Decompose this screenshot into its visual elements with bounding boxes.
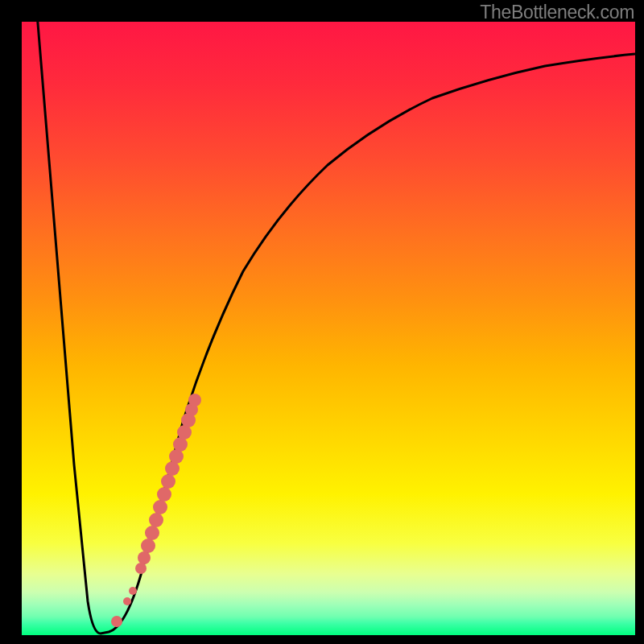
- svg-point-7: [149, 513, 163, 527]
- svg-point-1: [123, 597, 131, 605]
- chart-overlay: [22, 22, 635, 635]
- watermark-text: TheBottleneck.com: [480, 2, 634, 23]
- svg-point-5: [141, 539, 155, 553]
- highlighted-range: [111, 394, 201, 627]
- svg-point-10: [161, 474, 175, 489]
- svg-point-4: [138, 551, 151, 564]
- svg-point-6: [145, 526, 159, 540]
- svg-point-17: [188, 394, 201, 407]
- bottleneck-curve: [37, 22, 635, 634]
- svg-point-8: [153, 500, 167, 514]
- svg-point-0: [111, 616, 122, 627]
- svg-point-9: [157, 487, 171, 502]
- svg-point-2: [129, 587, 137, 595]
- svg-point-3: [135, 563, 147, 574]
- chart-plot-area: [22, 22, 635, 635]
